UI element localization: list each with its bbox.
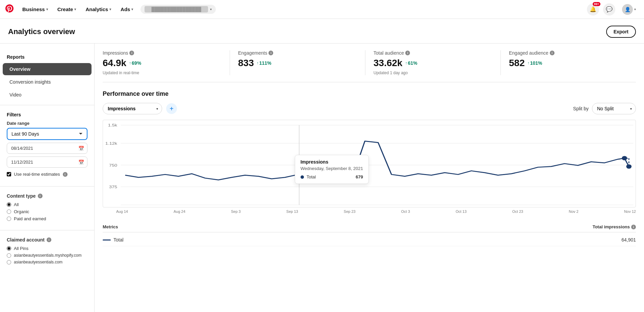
split-select-wrap: No Split Device Age group Gender ▾ (592, 103, 636, 114)
metric-total-audience: Total audience i 33.62k ↑ 61% Updated 1 … (373, 50, 500, 75)
metric-engaged-audience: Engaged audience i 582 ↑ 101% (509, 50, 636, 75)
realtime-info-icon[interactable]: i (63, 172, 68, 177)
claimed-all-pins: All Pins (7, 246, 87, 251)
realtime-label: Use real-time estimates (14, 172, 60, 177)
total-impressions-info-icon[interactable]: i (631, 225, 636, 229)
total-audience-value: 33.62k ↑ 61% (373, 58, 492, 68)
content-type-all: All (7, 202, 87, 207)
x-label-5: Oct 3 (401, 209, 410, 214)
metric-select[interactable]: Impressions Engagements Total audience E… (103, 103, 162, 114)
content-type-organic-label: Organic (14, 209, 29, 214)
svg-text:1.5k: 1.5k (108, 123, 118, 127)
add-metric-button[interactable]: + (166, 103, 177, 114)
account-chevron-icon: ▾ (210, 7, 212, 11)
realtime-checkbox-wrap: Use real-time estimates i (7, 172, 87, 177)
claimed-section: Claimed account i All Pins asianbeautyes… (0, 234, 94, 269)
messages-button[interactable]: 💬 (603, 3, 615, 16)
chart-area: 1.5k 1.12k 750 375 (103, 120, 636, 207)
sidebar-divider-2 (0, 186, 94, 187)
sidebar: Reports Overview Conversion insights Vid… (0, 44, 95, 312)
sidebar-item-video[interactable]: Video (3, 89, 92, 101)
realtime-checkbox[interactable] (7, 172, 11, 176)
sidebar-item-overview[interactable]: Overview (3, 63, 92, 75)
chart-controls: Impressions Engagements Total audience E… (103, 103, 636, 114)
end-date-calendar-icon[interactable]: 📅 (78, 160, 84, 165)
content-type-paid-label: Paid and earned (14, 216, 46, 221)
content-type-organic-radio[interactable] (7, 209, 11, 214)
split-by-wrap: Split by No Split Device Age group Gende… (573, 103, 636, 114)
impressions-change: ↑ 69% (129, 60, 141, 66)
x-label-3: Sep 13 (286, 209, 298, 214)
content-type-organic: Organic (7, 209, 87, 214)
claimed-website: asianbeautyessentials.com (7, 260, 87, 264)
split-by-label: Split by (573, 106, 589, 111)
x-label-4: Sep 23 (344, 209, 356, 214)
tooltip-title: Impressions (301, 159, 363, 165)
content-type-all-radio[interactable] (7, 202, 11, 207)
chart-title: Performance over time (103, 90, 636, 97)
engaged-audience-info-icon[interactable]: i (550, 51, 555, 55)
filters-section: Filters Date range Last 90 Days Last 7 D… (0, 109, 94, 182)
metric-divider-1 (230, 50, 230, 75)
engagements-change: ↑ 111% (257, 60, 272, 66)
export-button[interactable]: Export (606, 26, 636, 38)
start-date-calendar-icon[interactable]: 📅 (78, 146, 84, 151)
nav-business[interactable]: Business ▾ (19, 4, 51, 14)
claimed-all-pins-radio[interactable] (7, 246, 11, 251)
engagements-label: Engagements i (238, 50, 357, 56)
content-type-section: Content type i All Organic Paid and earn… (0, 191, 94, 226)
svg-point-13 (622, 156, 627, 160)
content-type-info-icon[interactable]: i (38, 194, 43, 198)
business-chevron-icon: ▾ (46, 7, 48, 11)
claimed-shopify-radio[interactable] (7, 253, 11, 258)
impressions-info-icon[interactable]: i (129, 51, 134, 55)
date-range-select[interactable]: Last 90 Days Last 7 Days Last 14 Days La… (7, 128, 87, 140)
x-label-8: Nov 2 (569, 209, 578, 214)
end-date-input[interactable] (7, 157, 87, 168)
claimed-info-icon[interactable]: i (47, 237, 51, 242)
pinterest-logo[interactable] (5, 4, 14, 15)
content-type-all-label: All (14, 202, 19, 207)
reports-section-title: Reports (0, 52, 94, 62)
metrics-table-header: Metrics Total impressions i (103, 222, 636, 232)
metrics-right-label: Total impressions i (593, 224, 636, 229)
metric-impressions: Impressions i 64.9k ↑ 69% Updated in rea… (103, 50, 230, 75)
nav-ads[interactable]: Ads ▾ (117, 4, 136, 14)
metrics-table-row: Total 64,901 (103, 234, 636, 246)
nav-analytics[interactable]: Analytics ▾ (82, 4, 114, 14)
x-label-6: Oct 13 (456, 209, 466, 214)
sidebar-divider-3 (0, 230, 94, 230)
start-date-input[interactable] (7, 143, 87, 154)
content-type-paid: Paid and earned (7, 216, 87, 221)
x-label-7: Oct 23 (512, 209, 523, 214)
svg-point-14 (626, 164, 632, 169)
user-menu[interactable]: 👤 ▾ (619, 3, 639, 16)
chart-tooltip: Impressions Wednesday, September 8, 2021… (295, 155, 369, 184)
x-label-1: Aug 24 (174, 209, 185, 214)
content-type-label: Content type (7, 193, 36, 199)
total-audience-update: Updated 1 day ago (373, 70, 492, 75)
engaged-audience-change: ↑ 101% (527, 60, 542, 66)
content-type-paid-radio[interactable] (7, 217, 11, 221)
impressions-update: Updated in real-time (103, 70, 222, 75)
metric-divider-3 (500, 50, 501, 75)
analytics-chevron-icon: ▾ (109, 7, 111, 11)
svg-text:375: 375 (109, 185, 117, 189)
engagements-info-icon[interactable]: i (268, 51, 273, 55)
split-select[interactable]: No Split Device Age group Gender (592, 103, 636, 114)
total-audience-label: Total audience i (373, 50, 492, 56)
metrics-row: Impressions i 64.9k ↑ 69% Updated in rea… (103, 50, 636, 82)
user-chevron-icon: ▾ (634, 7, 636, 11)
account-selector[interactable]: ████████████████ ▾ (140, 5, 215, 14)
tooltip-row: Total 679 (301, 174, 363, 179)
total-audience-info-icon[interactable]: i (405, 51, 410, 55)
claimed-website-radio[interactable] (7, 260, 11, 264)
chart-section: Performance over time Impressions Engage… (103, 90, 636, 214)
metrics-total-label: Total (103, 237, 124, 243)
notifications-button[interactable]: 🔔 99+ (587, 3, 599, 16)
nav-create[interactable]: Create ▾ (54, 4, 80, 14)
sidebar-divider-1 (0, 105, 94, 105)
x-label-2: Sep 3 (231, 209, 241, 214)
sidebar-item-conversion[interactable]: Conversion insights (3, 76, 92, 88)
notification-badge: 99+ (593, 2, 600, 6)
